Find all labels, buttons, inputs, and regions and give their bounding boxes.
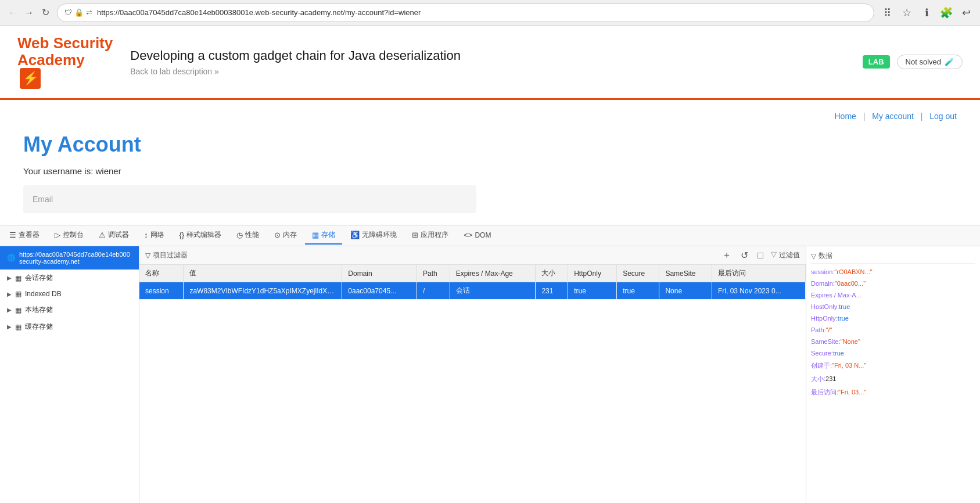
back-button[interactable]: ← <box>6 6 20 20</box>
accessibility-icon: ♿ <box>350 231 360 239</box>
filter-label: ▽ 项目过滤器 <box>145 250 188 260</box>
indexed-db-icon: ▦ <box>15 290 21 298</box>
cell-value: zaW83M2VIbWFIdzY1dHZ5aXpIMXZyejlIdXQABnd… <box>184 282 342 300</box>
header-right: LAB Not solved 🧪 <box>863 55 963 69</box>
nav-buttons: ← → ↻ <box>6 6 52 20</box>
detail-size: 大小:231 <box>811 373 975 385</box>
storage-icon: ▦ <box>312 231 319 239</box>
nav-separator-2: | <box>921 112 923 121</box>
col-secure: Secure <box>617 265 659 282</box>
tab-dom[interactable]: <> DOM <box>457 227 498 244</box>
col-name: 名称 <box>139 265 184 282</box>
col-domain: Domain <box>342 265 417 282</box>
tab-debugger[interactable]: ⚠ 调试器 <box>92 227 136 245</box>
email-label: Email <box>33 195 53 204</box>
tab-storage[interactable]: ▦ 存储 <box>305 227 342 245</box>
detail-key-size: 大小:231 <box>811 375 975 383</box>
tab-performance[interactable]: ◷ 性能 <box>229 227 266 245</box>
col-value: 值 <box>184 265 342 282</box>
my-account-link[interactable]: My account <box>872 112 914 121</box>
network-icon: ↕ <box>144 231 148 239</box>
extensions-button[interactable]: 🧩 <box>938 5 954 21</box>
cache-storage-group[interactable]: ▶ ▦ 缓存存储 <box>0 318 139 335</box>
devtools-body: 🌐 https://0aac00a7045dd7ca80e14eb000 sec… <box>0 246 980 503</box>
qr-button[interactable]: ⠿ <box>879 5 895 21</box>
devtools-tabs: ☰ 查看器 ▷ 控制台 ⚠ 调试器 ↕ 网络 {} 样式编辑器 ◷ 性能 <box>0 225 980 246</box>
back-link[interactable]: Back to lab description » <box>130 67 461 76</box>
page-main: Home | My account | Log out My Account Y… <box>0 100 980 225</box>
devtools-sidebar: 🌐 https://0aac00a7045dd7ca80e14eb000 sec… <box>0 246 139 503</box>
col-path: Path <box>417 265 450 282</box>
tab-network[interactable]: ↕ 网络 <box>137 227 171 245</box>
detail-header: ▽ 数据 <box>811 251 975 264</box>
expand-icon-4: ▶ <box>7 324 12 330</box>
address-bar-container: 🛡 🔒 ⇌ <box>57 3 874 22</box>
forward-button[interactable]: → <box>22 6 36 20</box>
detail-samesite: SameSite:"None" <box>811 337 975 346</box>
address-input[interactable] <box>97 8 867 17</box>
cell-lastaccessed: Fri, 03 Nov 2023 0... <box>712 282 805 300</box>
cell-secure: true <box>617 282 659 300</box>
tab-accessibility[interactable]: ♿ 无障碍环境 <box>343 227 404 245</box>
col-samesite: SameSite <box>659 265 712 282</box>
local-storage-group[interactable]: ▶ ▦ 本地存储 <box>0 301 139 318</box>
cell-expires: 会话 <box>450 282 536 300</box>
detail-key-lastaccess: 最后访问:"Fri, 03..." <box>811 388 975 397</box>
debugger-icon: ⚠ <box>99 231 106 239</box>
logo-icon: ⚡ <box>20 68 41 89</box>
cell-size: 231 <box>536 282 568 300</box>
history-button[interactable]: ↩ <box>958 5 974 21</box>
apps-icon: ⊞ <box>412 231 418 239</box>
globe-icon: 🌐 <box>7 254 16 262</box>
detail-httponly: HttpOnly:true <box>811 314 975 323</box>
devtools-details: ▽ 数据 session:"rO0ABXN..." Domain:"0aac00… <box>806 246 980 503</box>
logo-text: Web Security Academy ⚡ <box>17 35 113 89</box>
memory-icon: ⊙ <box>274 231 281 239</box>
inspector-icon: ☰ <box>9 231 16 239</box>
detail-session: session:"rO0ABXN..." <box>811 267 975 276</box>
detail-key-secure: Secure:true <box>811 350 975 357</box>
col-expires: Expires / Max-Age <box>450 265 536 282</box>
security-icons: 🛡 🔒 ⇌ <box>64 8 92 17</box>
session-storage-icon: ▦ <box>15 274 21 282</box>
local-storage-icon: ▦ <box>15 306 21 314</box>
reload-button[interactable]: ↻ <box>38 6 52 20</box>
tab-style[interactable]: {} 样式编辑器 <box>173 227 229 245</box>
filter-value-label: ▽ 过滤值 <box>770 250 800 260</box>
table-row[interactable]: session zaW83M2VIbWFIdzY1dHZ5aXpIMXZyejl… <box>139 282 806 300</box>
detail-key-path: Path:"/" <box>811 326 975 333</box>
bookmark-button[interactable]: ☆ <box>899 5 915 21</box>
session-storage-group[interactable]: ▶ ▦ 会话存储 <box>0 270 139 286</box>
tab-inspector[interactable]: ☰ 查看器 <box>2 227 46 245</box>
table-header-row: 名称 值 Domain Path Expires / Max-Age 大小 Ht… <box>139 265 806 282</box>
tab-apps[interactable]: ⊞ 应用程序 <box>405 227 455 245</box>
expand-icon-2: ▶ <box>7 291 12 297</box>
lab-title: Developing a custom gadget chain for Jav… <box>130 48 461 63</box>
expand-icon-3: ▶ <box>7 307 12 313</box>
log-out-link[interactable]: Log out <box>929 112 957 121</box>
shield-icon: 🛡 <box>64 8 72 17</box>
lock-icon: 🔒 <box>74 8 84 17</box>
detail-created: 创建于:"Fri, 03 N..." <box>811 360 975 371</box>
indexed-db-group[interactable]: ▶ ▦ Indexed DB <box>0 286 139 301</box>
cookies-table: 名称 值 Domain Path Expires / Max-Age 大小 Ht… <box>139 265 806 300</box>
connection-icon: ⇌ <box>86 8 92 17</box>
page-title: My Account <box>23 132 957 157</box>
info-button[interactable]: ℹ <box>918 5 935 21</box>
tab-memory[interactable]: ⊙ 内存 <box>267 227 304 245</box>
tab-console[interactable]: ▷ 控制台 <box>48 227 91 245</box>
cell-httponly: true <box>568 282 617 300</box>
detail-expires: Expires / Max-A... <box>811 290 975 300</box>
col-lastaccessed: 最后访问 <box>712 265 805 282</box>
detail-secure: Secure:true <box>811 348 975 358</box>
detail-key-samesite: SameSite:"None" <box>811 338 975 345</box>
home-link[interactable]: Home <box>834 112 856 121</box>
devtools-main: ▽ 项目过滤器 ＋ ↺ □ ▽ 过滤值 名称 <box>139 246 806 503</box>
detail-key-httponly: HttpOnly:true <box>811 315 975 322</box>
clear-button[interactable]: □ <box>755 249 766 262</box>
detail-key-created: 创建于:"Fri, 03 N..." <box>811 361 975 370</box>
header-left: Web Security Academy ⚡ Developing a cust… <box>17 35 461 89</box>
cookie-domain-item[interactable]: 🌐 https://0aac00a7045dd7ca80e14eb000 sec… <box>0 246 139 270</box>
add-button[interactable]: ＋ <box>720 248 734 263</box>
refresh-button[interactable]: ↺ <box>738 249 751 262</box>
